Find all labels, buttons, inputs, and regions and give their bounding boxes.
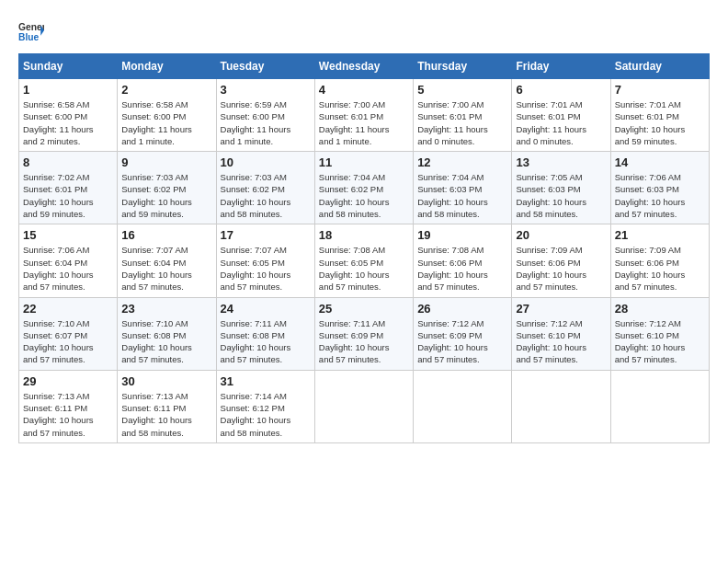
calendar-day-cell: 8Sunrise: 7:02 AMSunset: 6:01 PMDaylight…	[19, 152, 118, 224]
day-number: 16	[121, 228, 211, 242]
day-info: Sunrise: 7:04 AMSunset: 6:02 PMDaylight:…	[319, 171, 409, 220]
day-number: 12	[417, 155, 507, 169]
calendar-day-cell: 15Sunrise: 7:06 AMSunset: 6:04 PMDayligh…	[19, 224, 118, 297]
day-number: 2	[121, 83, 211, 97]
calendar-day-cell: 25Sunrise: 7:11 AMSunset: 6:09 PMDayligh…	[314, 297, 413, 370]
calendar-week-row: 8Sunrise: 7:02 AMSunset: 6:01 PMDaylight…	[19, 152, 710, 224]
calendar-day-cell: 21Sunrise: 7:09 AMSunset: 6:06 PMDayligh…	[610, 224, 709, 297]
day-number: 17	[221, 228, 311, 242]
day-info: Sunrise: 7:14 AMSunset: 6:12 PMDaylight:…	[221, 390, 311, 439]
day-number: 11	[319, 155, 409, 169]
calendar-day-cell	[314, 370, 413, 442]
calendar-table: SundayMondayTuesdayWednesdayThursdayFrid…	[18, 53, 710, 443]
day-info: Sunrise: 7:06 AMSunset: 6:04 PMDaylight:…	[23, 244, 113, 293]
day-info: Sunrise: 7:02 AMSunset: 6:01 PMDaylight:…	[23, 171, 113, 220]
calendar-day-cell: 6Sunrise: 7:01 AMSunset: 6:01 PMDaylight…	[512, 79, 610, 152]
day-info: Sunrise: 7:08 AMSunset: 6:06 PMDaylight:…	[417, 244, 507, 293]
header: General Blue	[18, 18, 710, 44]
day-number: 4	[319, 83, 409, 97]
day-number: 6	[516, 83, 606, 97]
day-info: Sunrise: 7:06 AMSunset: 6:03 PMDaylight:…	[615, 171, 705, 220]
day-number: 14	[615, 155, 705, 169]
day-number: 3	[221, 83, 311, 97]
svg-text:General: General	[18, 22, 44, 32]
calendar-day-cell: 29Sunrise: 7:13 AMSunset: 6:11 PMDayligh…	[19, 370, 118, 442]
weekday-header-cell: Sunday	[19, 54, 118, 79]
day-info: Sunrise: 7:10 AMSunset: 6:08 PMDaylight:…	[121, 317, 211, 366]
day-number: 20	[516, 228, 606, 242]
weekday-header-cell: Saturday	[610, 54, 709, 79]
calendar-day-cell: 10Sunrise: 7:03 AMSunset: 6:02 PMDayligh…	[216, 152, 314, 224]
day-info: Sunrise: 7:09 AMSunset: 6:06 PMDaylight:…	[516, 244, 606, 293]
calendar-day-cell: 2Sunrise: 6:58 AMSunset: 6:00 PMDaylight…	[118, 79, 216, 152]
calendar-day-cell: 22Sunrise: 7:10 AMSunset: 6:07 PMDayligh…	[19, 297, 118, 370]
day-number: 22	[23, 302, 113, 316]
day-number: 28	[615, 302, 705, 316]
weekday-header-cell: Friday	[512, 54, 610, 79]
day-info: Sunrise: 6:58 AMSunset: 6:00 PMDaylight:…	[121, 98, 211, 147]
day-number: 9	[121, 155, 211, 169]
calendar-day-cell: 4Sunrise: 7:00 AMSunset: 6:01 PMDaylight…	[314, 79, 413, 152]
day-number: 29	[23, 374, 113, 388]
calendar-day-cell: 16Sunrise: 7:07 AMSunset: 6:04 PMDayligh…	[118, 224, 216, 297]
calendar-day-cell: 27Sunrise: 7:12 AMSunset: 6:10 PMDayligh…	[512, 297, 610, 370]
day-number: 24	[221, 302, 311, 316]
calendar-day-cell: 12Sunrise: 7:04 AMSunset: 6:03 PMDayligh…	[414, 152, 512, 224]
calendar-day-cell: 18Sunrise: 7:08 AMSunset: 6:05 PMDayligh…	[314, 224, 413, 297]
day-info: Sunrise: 7:07 AMSunset: 6:05 PMDaylight:…	[221, 244, 311, 293]
logo-icon: General Blue	[18, 18, 44, 44]
calendar-week-row: 1Sunrise: 6:58 AMSunset: 6:00 PMDaylight…	[19, 79, 710, 152]
day-info: Sunrise: 7:08 AMSunset: 6:05 PMDaylight:…	[319, 244, 409, 293]
calendar-day-cell: 9Sunrise: 7:03 AMSunset: 6:02 PMDaylight…	[118, 152, 216, 224]
day-info: Sunrise: 6:59 AMSunset: 6:00 PMDaylight:…	[221, 98, 311, 147]
day-number: 8	[23, 155, 113, 169]
day-number: 21	[615, 228, 705, 242]
day-number: 1	[23, 83, 113, 97]
day-number: 31	[221, 374, 311, 388]
day-number: 26	[417, 302, 507, 316]
weekday-header-cell: Wednesday	[314, 54, 413, 79]
day-info: Sunrise: 7:03 AMSunset: 6:02 PMDaylight:…	[221, 171, 311, 220]
calendar-day-cell: 14Sunrise: 7:06 AMSunset: 6:03 PMDayligh…	[610, 152, 709, 224]
calendar-day-cell: 3Sunrise: 6:59 AMSunset: 6:00 PMDaylight…	[216, 79, 314, 152]
day-info: Sunrise: 7:05 AMSunset: 6:03 PMDaylight:…	[516, 171, 606, 220]
calendar-day-cell: 17Sunrise: 7:07 AMSunset: 6:05 PMDayligh…	[216, 224, 314, 297]
day-info: Sunrise: 7:00 AMSunset: 6:01 PMDaylight:…	[319, 98, 409, 147]
weekday-header-row: SundayMondayTuesdayWednesdayThursdayFrid…	[19, 54, 710, 79]
day-info: Sunrise: 7:00 AMSunset: 6:01 PMDaylight:…	[417, 98, 507, 147]
calendar-day-cell: 23Sunrise: 7:10 AMSunset: 6:08 PMDayligh…	[118, 297, 216, 370]
day-info: Sunrise: 7:13 AMSunset: 6:11 PMDaylight:…	[23, 390, 113, 439]
day-info: Sunrise: 7:12 AMSunset: 6:10 PMDaylight:…	[516, 317, 606, 366]
day-info: Sunrise: 7:09 AMSunset: 6:06 PMDaylight:…	[615, 244, 705, 293]
day-number: 19	[417, 228, 507, 242]
day-number: 13	[516, 155, 606, 169]
calendar-day-cell: 1Sunrise: 6:58 AMSunset: 6:00 PMDaylight…	[19, 79, 118, 152]
calendar-day-cell: 19Sunrise: 7:08 AMSunset: 6:06 PMDayligh…	[414, 224, 512, 297]
weekday-header-cell: Monday	[118, 54, 216, 79]
calendar-day-cell: 24Sunrise: 7:11 AMSunset: 6:08 PMDayligh…	[216, 297, 314, 370]
day-number: 10	[221, 155, 311, 169]
day-number: 30	[121, 374, 211, 388]
day-number: 5	[417, 83, 507, 97]
svg-text:Blue: Blue	[18, 32, 40, 42]
calendar-week-row: 15Sunrise: 7:06 AMSunset: 6:04 PMDayligh…	[19, 224, 710, 297]
day-info: Sunrise: 7:10 AMSunset: 6:07 PMDaylight:…	[23, 317, 113, 366]
calendar-day-cell: 5Sunrise: 7:00 AMSunset: 6:01 PMDaylight…	[414, 79, 512, 152]
day-number: 18	[319, 228, 409, 242]
calendar-day-cell: 26Sunrise: 7:12 AMSunset: 6:09 PMDayligh…	[414, 297, 512, 370]
day-info: Sunrise: 7:04 AMSunset: 6:03 PMDaylight:…	[417, 171, 507, 220]
day-number: 15	[23, 228, 113, 242]
logo: General Blue	[18, 18, 44, 44]
weekday-header-cell: Thursday	[414, 54, 512, 79]
calendar-day-cell: 11Sunrise: 7:04 AMSunset: 6:02 PMDayligh…	[314, 152, 413, 224]
calendar-day-cell: 7Sunrise: 7:01 AMSunset: 6:01 PMDaylight…	[610, 79, 709, 152]
calendar-day-cell: 20Sunrise: 7:09 AMSunset: 6:06 PMDayligh…	[512, 224, 610, 297]
day-info: Sunrise: 7:01 AMSunset: 6:01 PMDaylight:…	[516, 98, 606, 147]
calendar-week-row: 29Sunrise: 7:13 AMSunset: 6:11 PMDayligh…	[19, 370, 710, 442]
day-number: 23	[121, 302, 211, 316]
day-number: 25	[319, 302, 409, 316]
day-info: Sunrise: 7:07 AMSunset: 6:04 PMDaylight:…	[121, 244, 211, 293]
day-info: Sunrise: 7:12 AMSunset: 6:10 PMDaylight:…	[615, 317, 705, 366]
calendar-day-cell	[610, 370, 709, 442]
day-info: Sunrise: 7:11 AMSunset: 6:08 PMDaylight:…	[221, 317, 311, 366]
